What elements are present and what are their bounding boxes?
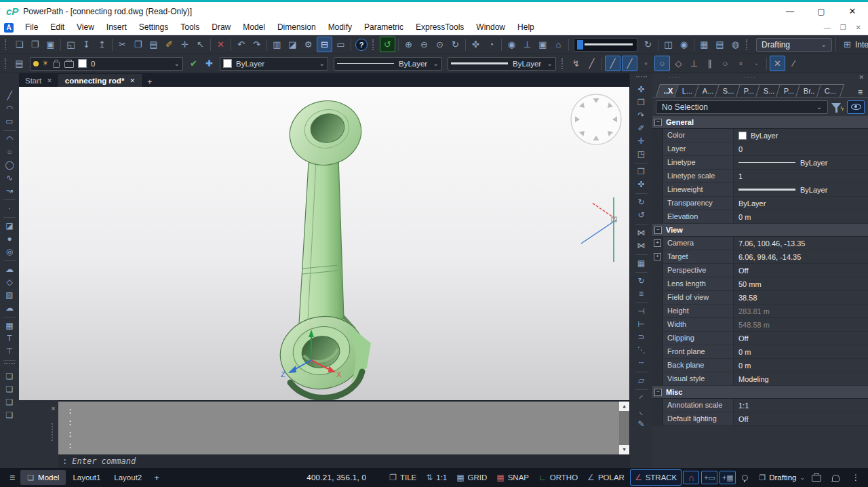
section-header-view[interactable]: −View — [652, 224, 868, 237]
interface-button[interactable]: ⊞ Interface — [835, 37, 868, 52]
status-menu-icon[interactable]: ⋮ — [846, 473, 865, 482]
property-value[interactable]: 38.58 — [734, 291, 868, 304]
osnap-nearest-icon[interactable]: · — [749, 56, 764, 71]
strack-toggle[interactable]: ∠STRACK — [630, 469, 682, 486]
palette-tab-8[interactable]: C... — [816, 84, 844, 97]
fillet-icon[interactable]: ◜ — [635, 392, 648, 405]
toolbar-grip[interactable] — [636, 76, 647, 79]
purge-icon[interactable]: ↺ — [380, 37, 395, 52]
expand-icon[interactable]: + — [654, 253, 661, 260]
grid-toggle[interactable]: ▦GRID — [452, 470, 491, 485]
navigation-wheel[interactable] — [571, 94, 621, 144]
open-file-icon[interactable]: ❐ — [28, 37, 42, 52]
command-input[interactable]: : Enter command — [58, 454, 629, 468]
workspace-combo[interactable]: Drafting ⌄ — [756, 38, 832, 52]
property-value[interactable]: 6.06, 99.46, -14.35 — [734, 250, 868, 263]
lineweight-combo[interactable]: ByLayer ⌄ — [448, 57, 556, 71]
property-value[interactable]: 0 — [734, 142, 868, 155]
circle-icon[interactable]: ○ — [3, 146, 16, 159]
view-rotate-icon[interactable]: ↻ — [641, 37, 655, 52]
polygon-icon[interactable]: ◇ — [3, 276, 16, 289]
menu-item-dimension[interactable]: Dimension — [271, 20, 322, 35]
cloud-icon[interactable]: ☁ — [3, 302, 16, 315]
scrollbar[interactable]: ▲ ▼ — [619, 402, 629, 454]
paste-icon[interactable]: ▤ — [146, 37, 161, 52]
close-icon[interactable]: ✕ — [47, 77, 52, 84]
property-value[interactable]: ByLayer — [734, 183, 868, 196]
line-icon[interactable]: ╱ — [3, 90, 16, 102]
menu-item-view[interactable]: View — [71, 20, 100, 35]
align-icon[interactable]: ≡ — [635, 288, 648, 300]
new-layout-button[interactable]: + — [149, 473, 165, 483]
osnap-insertion-icon[interactable]: ▫ — [734, 56, 748, 71]
property-picker-icon[interactable]: ✛ — [178, 37, 192, 52]
file-notes-icon[interactable]: ▤ — [713, 37, 727, 52]
menu-item-file[interactable]: File — [19, 20, 44, 35]
property-value[interactable]: Off — [734, 332, 868, 345]
osnap-parallel-icon[interactable]: ∥ — [703, 56, 717, 71]
lineweight-slider[interactable] — [574, 38, 637, 52]
quick-calc-button[interactable]: +▦ — [719, 471, 736, 484]
redo-icon[interactable]: ↷ — [250, 37, 264, 52]
trim-icon[interactable]: ⊣ — [635, 305, 648, 318]
drawing-canvas[interactable]: Y X Z — [19, 87, 629, 400]
command-grip[interactable] — [52, 423, 53, 441]
color-combo[interactable]: ByLayer ⌄ — [220, 57, 328, 71]
property-value[interactable]: Off — [734, 412, 868, 425]
layout-tab-layout1[interactable]: Layout1 — [66, 470, 107, 485]
menu-item-insert[interactable]: Insert — [100, 20, 133, 35]
draw-order-back-icon[interactable]: ❏ — [3, 383, 16, 396]
selection-combo[interactable]: No Selection ⌄ — [656, 100, 828, 114]
menu-item-draw[interactable]: Draw — [205, 20, 237, 35]
spline-icon[interactable]: ∿ — [3, 172, 16, 184]
command-history[interactable]: :::: ▲ ▼ — [58, 402, 629, 454]
layer-check-icon[interactable]: ✔ — [186, 56, 201, 71]
snap-toggle[interactable]: ▦SNAP — [492, 470, 533, 485]
mdi-close-icon[interactable]: ✕ — [856, 24, 861, 31]
dynamic-input-button[interactable]: +▭ — [701, 471, 717, 484]
property-value[interactable]: Off — [734, 264, 868, 277]
wipeout-icon[interactable]: ▧ — [3, 289, 16, 302]
arc-edit-icon[interactable]: ↷ — [635, 109, 648, 122]
print-preview-icon[interactable]: ◱ — [64, 37, 78, 52]
mdi-minimize-icon[interactable]: — — [824, 24, 831, 31]
scroll-down-icon[interactable]: ▼ — [619, 445, 629, 454]
close-icon[interactable]: ✕ — [837, 2, 868, 20]
menu-item-window[interactable]: Window — [470, 20, 511, 35]
notifications-icon[interactable] — [832, 475, 840, 481]
polyline-arc-icon[interactable]: ◠ — [3, 133, 16, 146]
render-icon[interactable]: ⌂ — [551, 37, 566, 52]
property-value[interactable]: 548.58 m — [734, 318, 868, 331]
new-file-icon[interactable]: ❏ — [12, 37, 26, 52]
osnap-toggle-button[interactable]: ∩ — [683, 471, 699, 484]
osnap-perpendicular-icon[interactable]: ⊥ — [687, 56, 701, 71]
table-icon[interactable]: ▦ — [3, 319, 16, 332]
menu-item-expresstools[interactable]: ExpressTools — [410, 20, 470, 35]
break-icon[interactable]: ┄ — [635, 357, 648, 370]
collapse-icon[interactable]: − — [654, 119, 662, 126]
import-file-icon[interactable]: ↧ — [79, 37, 94, 52]
zoom-in-icon[interactable]: ⊕ — [401, 37, 416, 52]
slider-knob[interactable] — [577, 40, 583, 50]
osnap-tangent-icon[interactable]: ○ — [718, 56, 732, 71]
close-icon[interactable]: ✕ — [859, 74, 864, 81]
osnap-clear-icon[interactable]: ✕ — [770, 56, 785, 71]
lighting-bulb-icon[interactable] — [742, 475, 748, 481]
doc-tab-1[interactable]: connecting rod*✕ — [59, 74, 142, 87]
command-window[interactable]: :::: ▲ ▼ : Enter command — [58, 400, 629, 468]
panel-grip[interactable]: ···· — [669, 74, 682, 81]
pen-edit-icon[interactable]: ✎ — [635, 418, 648, 431]
pan-icon[interactable]: ✜ — [469, 37, 483, 52]
toolbar-grip[interactable] — [372, 39, 376, 50]
rotate-3d-icon[interactable]: ↺ — [635, 209, 648, 222]
menu-item-tools[interactable]: Tools — [174, 20, 205, 35]
cut-icon[interactable]: ✂ — [115, 37, 130, 52]
point-icon[interactable]: · — [3, 202, 16, 215]
section-header-general[interactable]: −General — [652, 116, 868, 129]
window-tile-icon[interactable]: ▦ — [697, 37, 711, 52]
menu-item-modify[interactable]: Modify — [322, 20, 358, 35]
align-rotate-icon[interactable]: ↻ — [635, 275, 648, 288]
brush-icon[interactable]: ✐ — [635, 122, 648, 135]
layer-combo[interactable]: ☀ 0 ⌄ — [30, 57, 183, 71]
solid-edit-icon[interactable]: ▱ — [635, 374, 648, 387]
